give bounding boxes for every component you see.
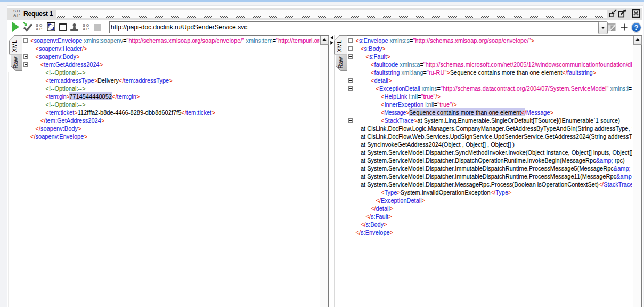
svg-text:Raw: Raw (12, 56, 19, 68)
svg-text:Raw: Raw (337, 56, 344, 68)
svg-text:?: ? (634, 24, 639, 31)
svg-text:XML: XML (336, 40, 343, 52)
svg-text:XML: XML (11, 40, 18, 52)
